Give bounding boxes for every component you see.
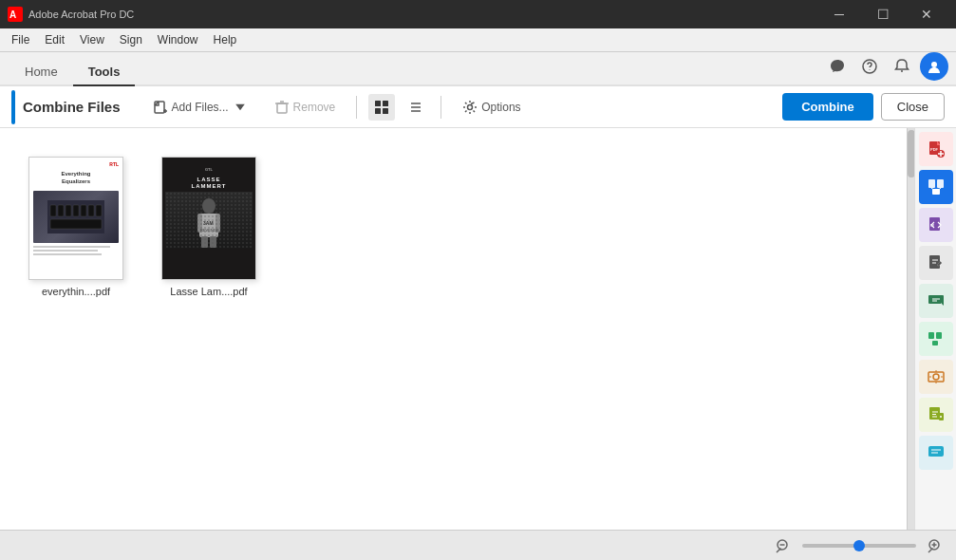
zoom-in-icon xyxy=(927,537,944,554)
file-thumbnail-2: GTL LASSE LAMMERT xyxy=(161,157,256,280)
svg-rect-18 xyxy=(96,205,102,216)
zoom-slider[interactable] xyxy=(802,544,916,548)
svg-rect-37 xyxy=(928,332,934,339)
close-button[interactable]: Close xyxy=(881,93,945,121)
acrobat-icon: A xyxy=(8,7,23,22)
tab-bar-right xyxy=(823,52,956,84)
svg-point-41 xyxy=(933,374,939,380)
tab-bar: Home Tools xyxy=(0,52,956,86)
svg-rect-7 xyxy=(383,101,388,106)
toolbar: Combine Files Add Files... Remove xyxy=(0,86,956,128)
toolbar-separator-2 xyxy=(441,96,441,119)
list-view-button[interactable] xyxy=(403,94,429,121)
main-area: RTL Everything Equalizers xyxy=(0,128,956,530)
message-icon xyxy=(927,443,946,462)
svg-rect-6 xyxy=(375,101,381,106)
keyboard-illustration xyxy=(47,200,104,233)
export-pdf-icon: W xyxy=(927,215,946,234)
list-item[interactable]: GTL LASSE LAMMERT xyxy=(152,157,266,297)
close-window-button[interactable]: ✕ xyxy=(905,0,948,28)
options-button[interactable]: Options xyxy=(453,96,530,119)
svg-rect-44 xyxy=(928,446,944,457)
svg-text:W: W xyxy=(930,223,934,228)
svg-rect-12 xyxy=(50,205,56,216)
create-pdf-icon: PDF xyxy=(927,140,946,159)
create-pdf-tool[interactable]: PDF xyxy=(919,132,953,166)
enhance-icon xyxy=(927,367,946,386)
notification-icon-btn[interactable] xyxy=(888,52,916,81)
enhance-scans-tool[interactable] xyxy=(919,360,953,394)
menu-bar: File Edit View Sign Window Help xyxy=(0,28,956,52)
protect-pdf-tool[interactable] xyxy=(919,398,953,432)
combine-icon xyxy=(927,177,946,196)
remove-icon xyxy=(274,100,290,115)
svg-rect-9 xyxy=(383,108,388,114)
menu-view[interactable]: View xyxy=(72,31,112,48)
title-bar-controls: ─ ☐ ✕ xyxy=(817,0,948,28)
list-item[interactable]: RTL Everything Equalizers xyxy=(19,157,133,297)
menu-sign[interactable]: Sign xyxy=(112,31,150,48)
maximize-button[interactable]: ☐ xyxy=(861,0,905,28)
files-container: RTL Everything Equalizers xyxy=(0,128,907,530)
menu-help[interactable]: Help xyxy=(206,31,245,48)
title-bar: A Adobe Acrobat Pro DC ─ ☐ ✕ xyxy=(0,0,956,28)
toolbar-title: Combine Files xyxy=(23,99,121,115)
svg-rect-14 xyxy=(66,205,71,216)
organize-pages-tool[interactable] xyxy=(919,322,953,356)
minimize-button[interactable]: ─ xyxy=(817,0,861,28)
edit-pdf-tool[interactable] xyxy=(919,246,953,280)
add-files-button[interactable]: Add Files... xyxy=(143,96,257,119)
svg-text:PDF: PDF xyxy=(930,147,939,152)
user-avatar-icon xyxy=(926,58,943,75)
combine-button[interactable]: Combine xyxy=(782,93,873,121)
remove-button[interactable]: Remove xyxy=(265,96,346,119)
right-sidebar: PDF W xyxy=(914,128,956,530)
svg-rect-36 xyxy=(929,255,940,269)
help-icon xyxy=(861,58,878,75)
toolbar-accent xyxy=(11,90,15,124)
help-icon-btn[interactable] xyxy=(855,52,884,81)
toolbar-separator-1 xyxy=(356,96,357,119)
zoom-out-button[interactable] xyxy=(772,534,795,557)
app-title: Adobe Acrobat Pro DC xyxy=(28,9,134,20)
svg-rect-31 xyxy=(928,179,935,188)
svg-rect-32 xyxy=(937,179,944,188)
zoom-in-button[interactable] xyxy=(924,534,947,557)
chat-icon xyxy=(829,58,846,75)
svg-rect-38 xyxy=(936,332,942,339)
grid-view-button[interactable] xyxy=(368,94,395,121)
protect-icon xyxy=(927,405,946,424)
menu-window[interactable]: Window xyxy=(150,31,206,48)
tab-bar-left: Home Tools xyxy=(9,59,135,84)
zoom-thumb[interactable] xyxy=(853,540,865,551)
menu-file[interactable]: File xyxy=(4,31,37,48)
add-files-icon xyxy=(153,100,168,115)
svg-rect-17 xyxy=(88,205,94,216)
grid-icon xyxy=(374,100,389,115)
scrollbar-track[interactable] xyxy=(907,128,914,530)
svg-rect-16 xyxy=(81,205,86,216)
svg-rect-5 xyxy=(277,103,287,113)
export-pdf-tool[interactable]: W xyxy=(919,208,953,242)
tab-home[interactable]: Home xyxy=(9,59,73,86)
menu-edit[interactable]: Edit xyxy=(37,31,72,48)
message-tool[interactable] xyxy=(919,436,953,470)
combine-tool[interactable] xyxy=(919,170,953,204)
svg-rect-19 xyxy=(50,219,102,229)
chat-icon-btn[interactable] xyxy=(823,52,852,81)
svg-rect-42 xyxy=(929,407,940,420)
svg-text:A: A xyxy=(9,9,16,20)
bell-icon xyxy=(893,58,910,75)
content-area: RTL Everything Equalizers xyxy=(0,128,907,530)
comment-tool[interactable] xyxy=(919,284,953,318)
gear-icon xyxy=(462,100,478,115)
comment-icon xyxy=(927,291,946,310)
status-bar xyxy=(0,530,956,560)
file-name-1: everythin....pdf xyxy=(42,286,110,297)
tab-tools[interactable]: Tools xyxy=(73,59,136,86)
user-avatar-button[interactable] xyxy=(920,52,948,81)
file-thumbnail-1: RTL Everything Equalizers xyxy=(28,157,123,280)
file-name-2: Lasse Lam....pdf xyxy=(170,286,247,297)
svg-point-3 xyxy=(931,62,937,67)
organize-icon xyxy=(927,329,946,348)
